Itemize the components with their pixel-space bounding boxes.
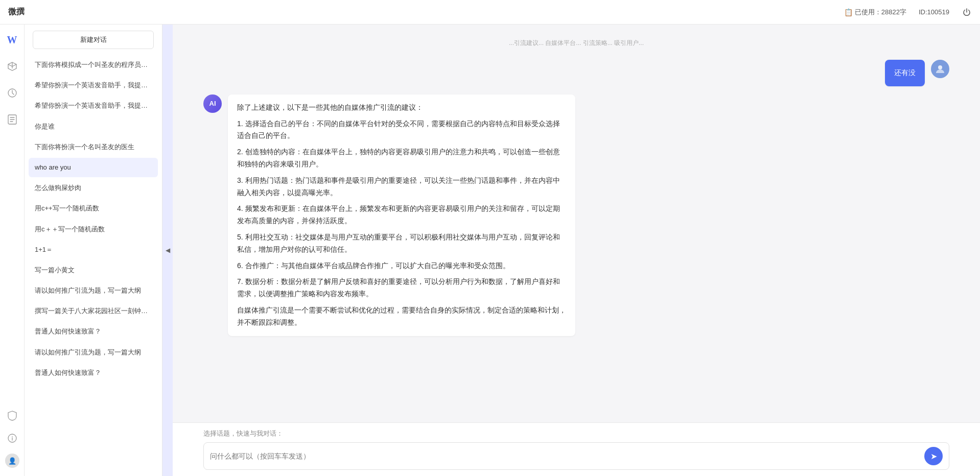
nav-icon-info[interactable]	[5, 431, 19, 445]
conversation-item[interactable]: 撰写一篇关于八大家花园社区一刻钟便民生...	[29, 301, 158, 321]
nav-icon-shield[interactable]	[5, 409, 19, 423]
nav-icon-user[interactable]: 👤	[5, 454, 19, 468]
topbar: 微撰 📋 已使用：28822字 ID:100519	[0, 0, 980, 25]
usage-text: 已使用：28822字	[855, 8, 906, 17]
svg-point-3	[938, 65, 942, 69]
icon-sidebar-bottom: 👤	[5, 409, 19, 468]
avatar	[931, 60, 949, 78]
ai-response-text: 除了上述建议，以下是一些其他的自媒体推广引流的建议：1. 选择适合自己的平台：不…	[237, 102, 566, 329]
conversation-item[interactable]: 用c＋＋写一个随机函数	[29, 220, 158, 239]
input-row: ➤	[203, 442, 949, 470]
message-row: AI除了上述建议，以下是一些其他的自媒体推广引流的建议：1. 选择适合自己的平台…	[203, 94, 949, 336]
chevron-left-icon: ◀	[166, 247, 170, 254]
conversation-list: 下面你将模拟成一个叫圣友的程序员，我说...希望你扮演一个英语发音助手，我提供给…	[25, 55, 162, 476]
doc-icon: 📋	[844, 8, 853, 16]
sidebar-toggle[interactable]: ◀	[162, 25, 173, 476]
conversation-item[interactable]: 普通人如何快速致富？	[29, 322, 158, 341]
main-layout: W	[0, 25, 980, 476]
conversation-item[interactable]: 你是谁	[29, 117, 158, 136]
conversation-item[interactable]: 请以如何推广引流为题，写一篇大纲	[29, 343, 158, 362]
conversation-item[interactable]: 普通人如何快速致富？	[29, 363, 158, 383]
icon-sidebar: W	[0, 25, 25, 476]
new-conversation-button[interactable]: 新建对话	[33, 31, 154, 49]
conv-sidebar: 新建对话 下面你将模拟成一个叫圣友的程序员，我说...希望你扮演一个英语发音助手…	[25, 25, 162, 476]
quick-prompts-label: 选择话题，快速与我对话：	[203, 429, 949, 438]
chat-messages: ...引流建议... 自媒体平台... 引流策略... 吸引用户... 还有没A…	[173, 25, 980, 422]
message-bubble: 还有没	[885, 60, 925, 86]
conversation-item[interactable]: 下面你将扮演一个名叫圣友的医生	[29, 137, 158, 157]
conversation-item[interactable]: 写一篇小黄文	[29, 260, 158, 280]
conversation-item[interactable]: 请以如何推广引流为题，写一篇大纲	[29, 281, 158, 300]
conversation-item[interactable]: 1+1＝	[29, 240, 158, 259]
app-logo: 微撰	[8, 7, 25, 17]
chat-main: ...引流建议... 自媒体平台... 引流策略... 吸引用户... 还有没A…	[173, 25, 980, 476]
send-button[interactable]: ➤	[924, 447, 943, 465]
topbar-right: 📋 已使用：28822字 ID:100519	[844, 7, 972, 17]
nav-icon-document[interactable]	[5, 112, 19, 127]
conversation-item[interactable]: 下面你将模拟成一个叫圣友的程序员，我说...	[29, 55, 158, 75]
conversation-item[interactable]: 希望你扮演一个英语发音助手，我提供给你...	[29, 96, 158, 115]
usage-info: 📋 已使用：28822字	[844, 8, 906, 17]
nav-icon-w[interactable]: W	[5, 33, 19, 47]
chat-input-area: 选择话题，快速与我对话： ➤	[173, 422, 980, 476]
chat-input[interactable]	[210, 452, 920, 460]
user-id: ID:100519	[919, 8, 949, 16]
message-bubble: 除了上述建议，以下是一些其他的自媒体推广引流的建议：1. 选择适合自己的平台：不…	[228, 94, 575, 336]
conversation-item[interactable]: 希望你扮演一个英语发音助手，我提供给你...	[29, 76, 158, 95]
message-row: 还有没	[203, 60, 949, 86]
truncated-message: ...引流建议... 自媒体平台... 引流策略... 吸引用户...	[203, 35, 949, 52]
avatar: AI	[203, 94, 222, 113]
conversation-item[interactable]: 怎么做狗屎炒肉	[29, 178, 158, 198]
nav-icon-cube[interactable]	[5, 59, 19, 74]
power-button[interactable]	[962, 7, 972, 17]
conversation-item[interactable]: who are you	[29, 158, 158, 177]
nav-icon-clock[interactable]	[5, 86, 19, 100]
send-icon: ➤	[930, 451, 937, 461]
conversation-item[interactable]: 用c++写一个随机函数	[29, 199, 158, 218]
